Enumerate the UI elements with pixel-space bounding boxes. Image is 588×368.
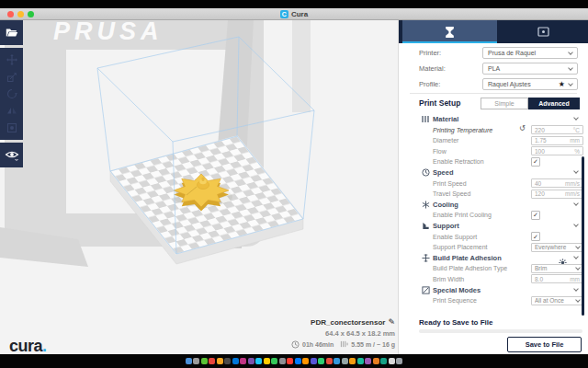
per-model-settings-icon	[6, 122, 17, 133]
reset-value-icon[interactable]: ↺	[519, 125, 526, 132]
chevron-down-icon[interactable]	[573, 286, 579, 292]
settings-section-header-material[interactable]: Material	[399, 114, 588, 125]
dock-app-icon[interactable]	[201, 358, 208, 364]
dock-app-icon[interactable]	[224, 358, 231, 364]
print-setup-advanced-button[interactable]: Advanced	[528, 98, 580, 109]
dock-app-icon[interactable]	[279, 358, 286, 364]
settings-scrollbar[interactable]	[582, 156, 584, 316]
svg-text:PRUSA: PRUSA	[53, 20, 164, 45]
printer-label: Printer:	[419, 49, 441, 57]
dock-app-icon[interactable]	[287, 358, 293, 364]
profile-select[interactable]: Raquel Ajustes ★	[482, 78, 578, 90]
per-model-settings-button[interactable]	[6, 120, 17, 136]
chevron-down-icon	[568, 65, 573, 71]
setting-select[interactable]: Everywhere	[531, 243, 583, 252]
material-select[interactable]: PLA	[482, 63, 578, 75]
window-titlebar[interactable]: C Cura	[0, 8, 588, 20]
print-setup-label: Print Setup	[419, 98, 460, 108]
setting-checkbox[interactable]: ✓	[531, 157, 540, 167]
setting-checkbox[interactable]: ✓	[531, 211, 540, 220]
dock-app-icon[interactable]	[373, 358, 379, 364]
settings-section-header-support[interactable]: Support	[399, 221, 588, 232]
section-title: Build Plate Adhesion	[433, 254, 502, 262]
profile-row: Profile: Raquel Ajustes ★	[399, 76, 588, 92]
setting-select-value: Everywhere	[535, 244, 576, 250]
dock-app-icon[interactable]	[193, 358, 199, 364]
dock-app-icon[interactable]	[326, 358, 333, 364]
open-file-icon	[6, 28, 18, 38]
cura-logo-dot: .	[42, 337, 47, 354]
move-tool-button[interactable]	[6, 52, 17, 68]
active-tab-underline	[402, 41, 497, 43]
settings-section-header-build-plate-adhesion[interactable]: Build Plate Adhesion	[399, 253, 588, 264]
dock-app-icon[interactable]	[396, 358, 402, 364]
dock-app-icon[interactable]	[255, 358, 262, 364]
dock-app-icon[interactable]	[217, 358, 223, 364]
setting-label: Build Plate Adhesion Type	[433, 265, 507, 271]
dock-app-icon[interactable]	[209, 358, 215, 364]
support-icon	[421, 222, 430, 230]
dock-app-icon[interactable]	[311, 358, 317, 364]
setting-value-input[interactable]: 120mm/s	[531, 190, 583, 199]
setting-value-input[interactable]: 100%	[531, 146, 583, 155]
mirror-tool-icon	[6, 105, 17, 116]
dock-app-icon[interactable]	[349, 358, 356, 364]
3d-viewport[interactable]: PRUSA	[0, 20, 398, 354]
chevron-down-icon[interactable]	[573, 201, 579, 206]
dock-app-icon[interactable]	[357, 358, 364, 364]
dock-app-icon[interactable]	[342, 358, 348, 364]
model-info: PDR_conectorsensor ✎ 64.4 x 64.5 x 18.2 …	[230, 316, 395, 350]
tab-monitor[interactable]	[497, 20, 588, 43]
setting-select[interactable]: All at Once	[531, 296, 583, 305]
setting-row-support-placement: Support PlacementEverywhere	[399, 242, 588, 253]
setting-select[interactable]: Brim	[531, 264, 583, 273]
open-file-button[interactable]	[0, 20, 23, 45]
setting-value-input[interactable]: 40mm/s	[531, 178, 583, 188]
dock-app-icon[interactable]	[334, 358, 340, 364]
chevron-down-icon[interactable]	[573, 115, 579, 121]
scale-tool-icon	[6, 72, 17, 83]
chevron-down-icon[interactable]	[573, 222, 579, 227]
print-setup-row: Print Setup Simple Advanced	[399, 98, 588, 110]
view-mode-button[interactable]	[0, 143, 23, 167]
dock-app-icon[interactable]	[380, 358, 387, 364]
rename-pencil-icon[interactable]: ✎	[388, 318, 395, 327]
dock-app-icon[interactable]	[232, 358, 239, 364]
chevron-down-icon	[575, 265, 581, 270]
dock-app-icon[interactable]	[264, 358, 270, 364]
printer-select[interactable]: Prusa de Raquel	[482, 47, 578, 59]
mirror-tool-button[interactable]	[6, 102, 17, 119]
setting-label: Travel Speed	[433, 190, 470, 197]
scale-tool-button[interactable]	[6, 69, 17, 86]
dock-app-icon[interactable]	[186, 358, 192, 364]
dock-app-icon[interactable]	[318, 358, 324, 364]
material-label: Material:	[419, 64, 446, 73]
setting-value-input[interactable]: 220°C	[531, 125, 583, 134]
chevron-down-icon[interactable]	[573, 254, 579, 259]
setting-row-build-plate-adhesion-type: Build Plate Adhesion TypeBrim	[399, 263, 588, 274]
profile-star-icon[interactable]: ★	[559, 81, 565, 88]
settings-section-header-speed[interactable]: Speed	[399, 167, 588, 178]
dock-app-icon[interactable]	[302, 358, 309, 364]
setting-row-print-speed: Print Speed40mm/s	[399, 178, 588, 190]
settings-section-header-special-modes[interactable]: Special Modes	[399, 285, 588, 296]
save-to-file-button[interactable]: Save to File	[507, 337, 582, 352]
dock-app-icon[interactable]	[295, 358, 301, 364]
setting-value-input[interactable]: 1.75mm	[531, 136, 583, 145]
macos-menubar	[0, 0, 588, 8]
move-tool-icon	[6, 54, 17, 65]
chevron-down-icon[interactable]	[573, 168, 579, 174]
chevron-down-icon	[575, 297, 581, 303]
setting-select-value: All at Once	[535, 297, 576, 304]
dock-app-icon[interactable]	[240, 358, 246, 364]
dock-app-icon[interactable]	[271, 358, 277, 364]
setting-checkbox[interactable]: ✓	[531, 232, 540, 241]
dock-app-icon[interactable]	[389, 358, 395, 364]
setting-value-input[interactable]: 8.0mm	[531, 274, 583, 283]
tab-prepare[interactable]	[402, 20, 497, 43]
dock-app-icon[interactable]	[248, 358, 254, 364]
print-setup-simple-button[interactable]: Simple	[481, 98, 528, 109]
rotate-tool-button[interactable]	[6, 86, 17, 102]
dock-app-icon[interactable]	[365, 358, 371, 364]
settings-section-header-cooling[interactable]: Cooling	[399, 200, 588, 211]
